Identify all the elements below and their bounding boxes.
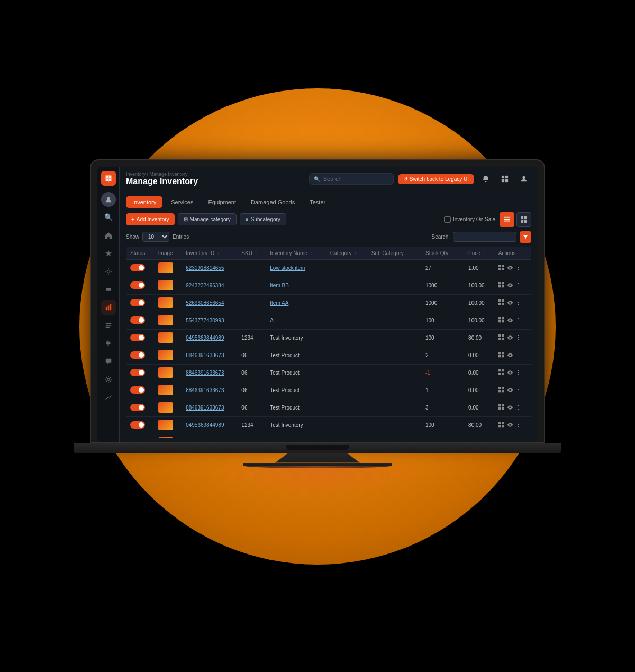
action-view-icon[interactable] bbox=[507, 369, 513, 377]
sidebar-item-list[interactable] bbox=[101, 318, 116, 333]
search-bar[interactable]: 🔍 bbox=[309, 173, 394, 185]
tab-tester[interactable]: Tester bbox=[303, 196, 332, 208]
action-view-icon[interactable] bbox=[507, 265, 513, 272]
sidebar-item-analytics[interactable] bbox=[101, 300, 116, 315]
cell-actions: ⋮ bbox=[494, 399, 531, 416]
action-more-icon[interactable]: ⋮ bbox=[515, 334, 521, 341]
sidebar-item-announcements[interactable] bbox=[101, 282, 116, 297]
action-grid-icon[interactable] bbox=[498, 387, 505, 394]
action-more-icon[interactable]: ⋮ bbox=[515, 317, 521, 324]
add-inventory-button[interactable]: + Add Inventory bbox=[126, 213, 175, 225]
tab-services[interactable]: Services bbox=[165, 196, 199, 208]
action-grid-icon[interactable] bbox=[498, 265, 505, 272]
action-more-icon[interactable]: ⋮ bbox=[515, 265, 521, 271]
action-more-icon[interactable]: ⋮ bbox=[515, 404, 521, 411]
status-toggle[interactable] bbox=[130, 316, 145, 324]
table-search-input[interactable] bbox=[453, 232, 516, 242]
action-grid-icon[interactable] bbox=[498, 352, 505, 359]
grid-view-button[interactable] bbox=[497, 171, 512, 186]
action-view-icon[interactable] bbox=[507, 404, 513, 412]
col-status[interactable]: Status bbox=[126, 247, 154, 260]
sidebar-item-chat[interactable] bbox=[101, 354, 116, 369]
inventory-id-link[interactable]: 5543777430993 bbox=[186, 317, 224, 323]
col-price[interactable]: Price ↕ bbox=[464, 247, 494, 260]
action-view-icon[interactable] bbox=[507, 299, 513, 307]
sidebar-item-star[interactable] bbox=[101, 246, 116, 261]
item-name-link[interactable]: A bbox=[270, 317, 274, 323]
inventory-on-sale-toggle[interactable]: Inventory On Sale bbox=[444, 216, 495, 223]
action-view-icon[interactable] bbox=[507, 317, 513, 324]
action-view-icon[interactable] bbox=[507, 422, 513, 429]
col-name[interactable]: Inventory Name ↕ bbox=[266, 247, 326, 260]
action-more-icon[interactable]: ⋮ bbox=[515, 422, 521, 429]
action-view-icon[interactable] bbox=[507, 352, 513, 359]
col-stock[interactable]: Stock Qty ↕ bbox=[421, 247, 464, 260]
status-toggle[interactable] bbox=[130, 281, 145, 289]
inventory-id-link[interactable]: 5269608656654 bbox=[186, 300, 224, 306]
inventory-id-link[interactable]: 0495669844989 bbox=[186, 335, 224, 341]
sidebar-item-home[interactable] bbox=[101, 228, 116, 243]
grid-view-btn[interactable] bbox=[516, 212, 531, 227]
item-name-link[interactable]: Low stock item bbox=[270, 265, 305, 271]
sidebar-item-search[interactable]: 🔍 bbox=[101, 210, 116, 225]
status-toggle[interactable] bbox=[130, 299, 145, 306]
action-view-icon[interactable] bbox=[507, 334, 513, 342]
sidebar-item-settings[interactable] bbox=[101, 264, 116, 279]
sidebar-item-reports[interactable] bbox=[101, 390, 116, 405]
list-view-button[interactable] bbox=[500, 212, 514, 227]
action-grid-icon[interactable] bbox=[498, 317, 505, 324]
inventory-id-link[interactable]: 0495669844989 bbox=[186, 422, 224, 428]
on-sale-checkbox[interactable] bbox=[444, 216, 451, 223]
action-more-icon[interactable]: ⋮ bbox=[515, 299, 521, 306]
user-avatar[interactable] bbox=[101, 192, 116, 207]
sidebar-item-tools[interactable]: ✱ bbox=[101, 336, 116, 351]
inventory-id-link[interactable]: 6231918814655 bbox=[186, 265, 224, 271]
action-more-icon[interactable]: ⋮ bbox=[515, 387, 521, 394]
cell-name: Test Inventory bbox=[266, 416, 326, 434]
manage-category-button[interactable]: ⊞ Manage category bbox=[178, 213, 237, 225]
action-grid-icon[interactable] bbox=[498, 334, 505, 342]
action-grid-icon[interactable] bbox=[498, 299, 505, 307]
inventory-id-link[interactable]: 8846391633673 bbox=[186, 370, 224, 376]
col-category[interactable]: Category ↕ bbox=[326, 247, 367, 260]
user-menu-button[interactable] bbox=[516, 171, 531, 186]
cell-image bbox=[154, 382, 182, 399]
sidebar-item-config[interactable] bbox=[101, 372, 116, 387]
inventory-id-link[interactable]: 8846391633673 bbox=[186, 352, 224, 358]
notifications-button[interactable] bbox=[478, 171, 493, 186]
tab-damaged-goods[interactable]: Damaged Goods bbox=[244, 196, 301, 208]
action-more-icon[interactable]: ⋮ bbox=[515, 369, 521, 376]
status-toggle[interactable] bbox=[130, 404, 145, 411]
status-toggle[interactable] bbox=[130, 369, 145, 376]
inventory-id-link[interactable]: 9243232496384 bbox=[186, 283, 224, 288]
col-image[interactable]: Image bbox=[154, 247, 182, 260]
table-row: 8846391633673 06 Test Product 2 0.00 ⋮ bbox=[126, 347, 531, 364]
action-grid-icon[interactable] bbox=[498, 404, 505, 412]
item-name-link[interactable]: Item BB bbox=[270, 283, 289, 288]
action-grid-icon[interactable] bbox=[498, 422, 505, 429]
filter-button[interactable] bbox=[520, 231, 531, 243]
action-view-icon[interactable] bbox=[507, 282, 513, 289]
action-view-icon[interactable] bbox=[507, 387, 513, 394]
item-name-link[interactable]: Item AA bbox=[270, 300, 288, 306]
status-toggle[interactable] bbox=[130, 386, 145, 394]
status-toggle[interactable] bbox=[130, 264, 145, 271]
legacy-ui-button[interactable]: ↺ Switch back to Legacy UI bbox=[398, 174, 474, 184]
search-input[interactable] bbox=[323, 176, 389, 182]
action-more-icon[interactable]: ⋮ bbox=[515, 352, 521, 359]
col-inventory-id[interactable]: Inventory ID ↕ bbox=[182, 247, 237, 260]
col-subcategory[interactable]: Sub Category ↕ bbox=[367, 247, 421, 260]
tab-inventory[interactable]: Inventory bbox=[126, 196, 162, 208]
action-grid-icon[interactable] bbox=[498, 282, 505, 289]
status-toggle[interactable] bbox=[130, 351, 145, 359]
status-toggle[interactable] bbox=[130, 421, 145, 429]
inventory-id-link[interactable]: 8846391633673 bbox=[186, 405, 224, 411]
entries-select[interactable]: 10 25 50 100 bbox=[142, 232, 169, 242]
col-sku[interactable]: SKU ↕ bbox=[237, 247, 266, 260]
subcategory-button[interactable]: ≡ Subcategory bbox=[240, 213, 286, 225]
action-more-icon[interactable]: ⋮ bbox=[515, 282, 521, 289]
tab-equipment[interactable]: Equipment bbox=[202, 196, 242, 208]
action-grid-icon[interactable] bbox=[498, 369, 505, 377]
inventory-id-link[interactable]: 8846391633673 bbox=[186, 387, 224, 393]
status-toggle[interactable] bbox=[130, 334, 145, 341]
